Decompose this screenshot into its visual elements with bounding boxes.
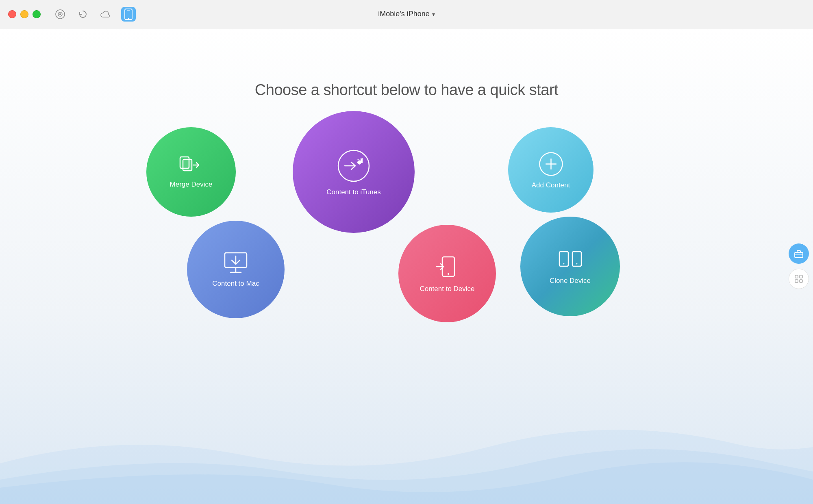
merge-device-icon xyxy=(179,155,203,176)
toolbar-icons xyxy=(53,7,136,22)
cloud-icon[interactable] xyxy=(98,7,113,22)
content-to-mac-icon xyxy=(222,251,250,276)
svg-rect-28 xyxy=(800,275,802,278)
sidebar-right xyxy=(789,243,813,289)
clone-device-icon xyxy=(556,248,585,273)
svg-point-22 xyxy=(563,263,564,264)
device-icon[interactable] xyxy=(121,7,136,22)
content-to-itunes-button[interactable]: Content to iTunes xyxy=(293,111,415,233)
close-button[interactable] xyxy=(8,10,16,18)
merge-device-label: Merge Device xyxy=(170,180,213,189)
svg-rect-29 xyxy=(795,280,798,282)
maximize-button[interactable] xyxy=(33,10,41,18)
wave-decoration xyxy=(0,382,813,504)
svg-point-24 xyxy=(576,263,577,264)
svg-point-2 xyxy=(59,13,61,15)
content-to-itunes-icon xyxy=(333,148,374,184)
titlebar: iMobie's iPhone ▾ xyxy=(0,0,813,28)
svg-rect-27 xyxy=(795,275,798,278)
svg-point-5 xyxy=(128,17,129,18)
traffic-lights xyxy=(8,10,41,18)
clone-device-label: Clone Device xyxy=(550,277,591,285)
music-icon[interactable] xyxy=(53,7,67,22)
svg-rect-30 xyxy=(800,280,802,282)
add-content-label: Add Content xyxy=(532,181,570,189)
content-to-itunes-label: Content to iTunes xyxy=(326,188,381,196)
content-to-mac-label: Content to Mac xyxy=(212,280,259,288)
add-content-icon xyxy=(538,151,564,177)
shortcuts-area: Merge Device Content to iTunes xyxy=(122,115,691,359)
grid-button[interactable] xyxy=(789,269,809,289)
add-content-button[interactable]: Add Content xyxy=(508,127,593,213)
merge-device-button[interactable]: Merge Device xyxy=(146,127,236,217)
content-to-device-button[interactable]: Content to Device xyxy=(398,225,496,322)
content-to-device-label: Content to Device xyxy=(420,285,474,293)
headline-text: Choose a shortcut below to have a quick … xyxy=(255,81,558,99)
svg-point-19 xyxy=(448,273,449,275)
content-to-device-icon xyxy=(435,254,459,281)
main-content: Choose a shortcut below to have a quick … xyxy=(0,28,813,504)
chevron-icon: ▾ xyxy=(432,11,435,17)
content-to-mac-button[interactable]: Content to Mac xyxy=(187,221,285,318)
clone-device-button[interactable]: Clone Device xyxy=(520,217,620,316)
restore-icon[interactable] xyxy=(76,7,90,22)
minimize-button[interactable] xyxy=(20,10,28,18)
window-title: iMobie's iPhone ▾ xyxy=(378,10,435,18)
svg-rect-7 xyxy=(183,159,192,171)
briefcase-button[interactable] xyxy=(789,243,809,264)
device-name-label: iMobie's iPhone xyxy=(378,10,430,18)
